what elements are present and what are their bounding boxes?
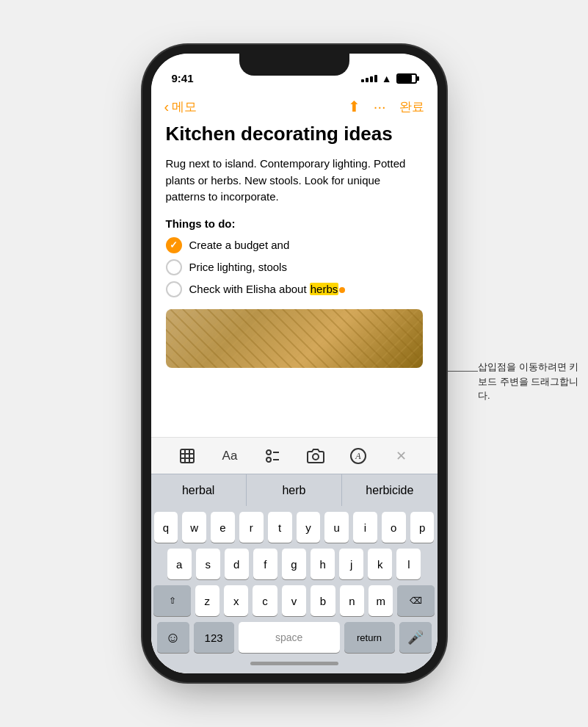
camera-button[interactable] [302,443,329,469]
key-delete[interactable]: ⌫ [397,585,434,616]
key-d[interactable]: d [225,549,249,579]
image-preview [166,309,423,368]
key-b[interactable]: b [311,585,335,616]
svg-rect-0 [181,449,194,463]
checklist-item-2: Price lighting, stools [166,259,423,275]
key-q[interactable]: q [154,512,178,543]
svg-text:A: A [355,451,361,461]
note-body[interactable]: Rug next to island. Contemporary lightin… [166,156,423,206]
checkbox-2[interactable] [166,259,182,275]
checkbox-3[interactable] [166,281,182,297]
share-button[interactable]: ⬆ [348,98,360,115]
image-pattern [166,309,423,368]
table-button[interactable] [174,443,200,469]
autocomplete-bar: herbal herb herbicide [151,474,438,506]
markup-button[interactable]: A [345,443,371,469]
nav-bar: ‹ 메모 ⬆ ··· 완료 [151,90,438,123]
svg-point-9 [313,454,319,460]
key-w[interactable]: w [182,512,206,543]
signal-icon [361,75,377,82]
checklist-text-2: Price lighting, stools [189,261,287,273]
checklist-text-1: Create a budget and [189,239,290,251]
keyboard: q w e r t y u i o p a s d f g [151,506,438,673]
home-bar-area [154,656,435,670]
close-keyboard-button[interactable]: ✕ [388,443,414,469]
highlighted-word: herbs [310,283,339,295]
svg-point-7 [266,457,271,462]
key-m[interactable]: m [369,585,393,616]
autocomplete-word-3[interactable]: herbicide [341,474,437,506]
key-x[interactable]: x [224,585,248,616]
key-f[interactable]: f [253,549,277,579]
key-i[interactable]: i [353,512,377,543]
checklist-text-3: Check with Elisha about herbs [189,283,346,295]
signal-bar-4 [374,75,377,82]
checklist: Create a budget and Price lighting, stoo… [166,237,423,297]
signal-bar-1 [361,79,364,82]
key-microphone[interactable]: 🎤 [399,622,432,653]
back-label: 메모 [172,98,197,115]
checklist-button[interactable] [259,443,286,469]
back-chevron-icon: ‹ [164,99,170,114]
autocomplete-word-1[interactable]: herbal [151,474,246,506]
annotation-text: 삽입점을 이동하려면 키보드 주변을 드래그합니다. [478,360,581,403]
more-button[interactable]: ··· [374,98,386,115]
key-r[interactable]: r [239,512,264,543]
signal-bar-3 [370,76,373,82]
key-e[interactable]: e [211,512,235,543]
section-title: Things to do: [166,217,423,230]
key-h[interactable]: h [311,549,335,579]
battery-fill [398,75,412,82]
format-text-button[interactable]: Aa [217,443,243,469]
key-l[interactable]: l [396,549,421,579]
autocomplete-word-2[interactable]: herb [246,474,341,506]
note-content: Kitchen decorating ideas Rug next to isl… [151,123,438,437]
cursor-dot [339,287,345,293]
status-icons: ▲ [361,73,417,84]
key-space[interactable]: space [239,622,340,653]
checkbox-1[interactable] [166,237,182,253]
notch [239,54,349,76]
wifi-icon: ▲ [382,73,392,84]
key-v[interactable]: v [282,585,306,616]
key-return[interactable]: return [344,622,395,653]
key-z[interactable]: z [195,585,219,616]
back-button[interactable]: ‹ 메모 [164,98,197,115]
nav-actions: ⬆ ··· 완료 [348,98,424,115]
key-p[interactable]: p [410,512,435,543]
key-s[interactable]: s [196,549,220,579]
home-bar [250,662,338,665]
status-time: 9:41 [172,72,194,84]
keyboard-row-2: a s d f g h j k l [154,549,435,579]
key-t[interactable]: t [268,512,292,543]
screen: 9:41 ▲ ‹ 메모 [151,54,438,673]
formatting-toolbar: Aa [151,437,438,474]
key-j[interactable]: j [339,549,363,579]
key-o[interactable]: o [382,512,406,543]
key-u[interactable]: u [324,512,349,543]
key-emoji[interactable]: ☺ [157,622,189,653]
key-k[interactable]: k [368,549,392,579]
key-n[interactable]: n [340,585,364,616]
svg-point-5 [266,450,271,455]
key-numbers[interactable]: 123 [194,622,234,653]
key-a[interactable]: a [167,549,192,579]
iphone-frame: 9:41 ▲ ‹ 메모 [151,54,438,673]
keyboard-row-3: ⇧ z x c v b n m ⌫ [154,585,435,616]
keyboard-bottom-row: ☺ 123 space return 🎤 [154,622,435,653]
key-y[interactable]: y [297,512,321,543]
keyboard-row-1: q w e r t y u i o p [154,512,435,543]
checklist-item-3: Check with Elisha about herbs [166,281,423,297]
note-title[interactable]: Kitchen decorating ideas [166,123,423,145]
key-g[interactable]: g [282,549,306,579]
close-icon: ✕ [396,448,407,464]
key-shift[interactable]: ⇧ [153,585,190,616]
checklist-item-1: Create a budget and [166,237,423,253]
key-c[interactable]: c [253,585,277,616]
battery-icon [396,73,417,84]
signal-bar-2 [366,78,369,82]
format-text-icon: Aa [222,449,238,463]
done-button[interactable]: 완료 [399,98,424,115]
